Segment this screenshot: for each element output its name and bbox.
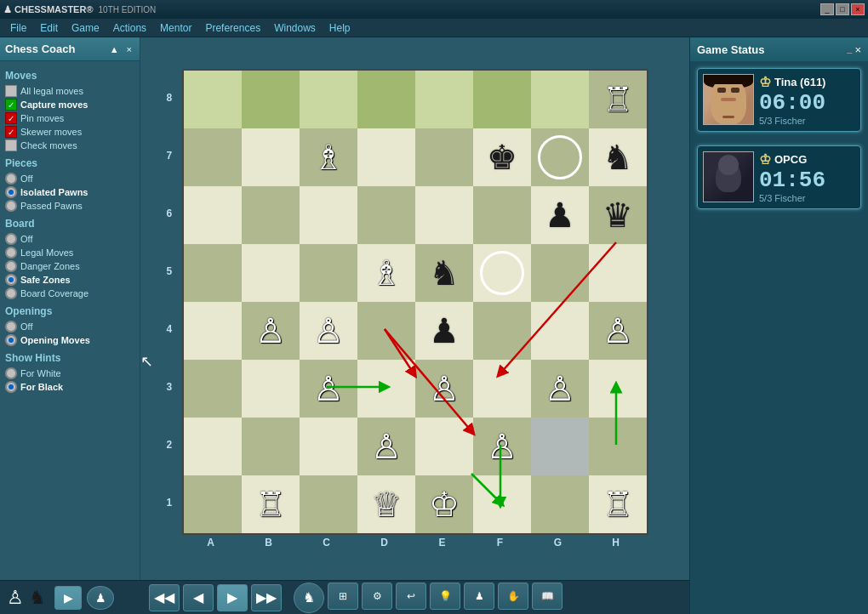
radio-openings-off[interactable] — [5, 321, 17, 333]
checkbox-capture-moves[interactable]: ✓ — [5, 99, 17, 111]
cell-e6[interactable] — [415, 186, 473, 244]
titlebar-controls[interactable]: _ □ × — [820, 3, 865, 15]
cell-f3[interactable] — [473, 360, 531, 418]
cell-a7[interactable] — [184, 128, 242, 186]
option-legal-moves[interactable]: Legal Moves — [3, 246, 136, 259]
cell-b8[interactable] — [242, 71, 300, 128]
nav-circle-button[interactable]: ♟ — [87, 586, 114, 610]
cell-d7[interactable] — [357, 128, 415, 186]
cell-e4[interactable]: ♟ — [415, 302, 473, 360]
cell-f2[interactable]: ♙ — [473, 418, 531, 475]
option-for-white[interactable]: For White — [3, 367, 136, 380]
cell-d8[interactable] — [357, 71, 415, 128]
cell-f5[interactable] — [473, 244, 531, 302]
option-isolated-pawns[interactable]: Isolated Pawns — [3, 185, 136, 199]
cell-d5[interactable]: ♗ — [357, 244, 415, 302]
chess-board[interactable]: ♖ ♗ ♚ ♞ ♟ — [182, 69, 648, 535]
book-action-button[interactable]: 📖 — [532, 583, 562, 610]
checkbox-skewer-moves[interactable]: ✓ — [5, 126, 17, 138]
cell-g1[interactable] — [531, 475, 589, 533]
close-window-button[interactable]: × — [851, 3, 865, 15]
nav-pawn-white[interactable]: ♙ — [7, 587, 24, 609]
nav-next-button[interactable]: ▶ — [217, 584, 248, 611]
option-pieces-off[interactable]: Off — [3, 172, 136, 185]
radio-board-coverage[interactable] — [5, 287, 17, 299]
cell-e1[interactable]: ♔ — [415, 475, 473, 533]
cell-f7[interactable]: ♚ — [473, 128, 531, 186]
checkbox-all-legal-moves[interactable] — [5, 85, 17, 97]
option-danger-zones[interactable]: Danger Zones — [3, 259, 136, 273]
status-close-button[interactable]: × — [854, 43, 861, 56]
option-passed-pawns[interactable]: Passed Pawns — [3, 199, 136, 213]
cell-f4[interactable] — [473, 302, 531, 360]
radio-danger-zones[interactable] — [5, 260, 17, 272]
cell-h7[interactable]: ♞ — [589, 128, 647, 186]
cell-b7[interactable] — [242, 128, 300, 186]
nav-next-next-button[interactable]: ▶▶ — [251, 584, 282, 611]
nav-prev-prev-button[interactable]: ◀◀ — [149, 584, 180, 611]
cell-c1[interactable] — [300, 475, 357, 533]
cell-h8[interactable]: ♖ — [589, 71, 647, 128]
cell-g3[interactable]: ♙ — [531, 360, 589, 418]
menu-game[interactable]: Game — [65, 20, 106, 36]
cell-a8[interactable] — [184, 71, 242, 128]
cell-h2[interactable] — [589, 418, 647, 475]
option-opening-moves[interactable]: Opening Moves — [3, 333, 136, 347]
cell-d4[interactable] — [357, 302, 415, 360]
cell-f8[interactable] — [473, 71, 531, 128]
cell-e7[interactable] — [415, 128, 473, 186]
cell-e5[interactable]: ♞ — [415, 244, 473, 302]
option-capture-moves[interactable]: ✓ Capture moves — [3, 98, 136, 111]
option-for-black[interactable]: For Black — [3, 380, 136, 394]
move-action-button[interactable]: ↩ — [396, 583, 426, 610]
menu-preferences[interactable]: Preferences — [198, 20, 267, 36]
checkbox-check-moves[interactable] — [5, 139, 17, 151]
cell-a1[interactable] — [184, 475, 242, 533]
radio-isolated-pawns[interactable] — [5, 186, 17, 198]
cell-d6[interactable] — [357, 186, 415, 244]
status-minimize[interactable]: _ — [847, 43, 852, 56]
option-safe-zones[interactable]: Safe Zones — [3, 273, 136, 287]
radio-safe-zones[interactable] — [5, 274, 17, 286]
cell-b3[interactable] — [242, 360, 300, 418]
cell-a5[interactable] — [184, 244, 242, 302]
analyze-action-button[interactable]: ♟ — [464, 583, 494, 610]
cell-f6[interactable] — [473, 186, 531, 244]
cell-b5[interactable] — [242, 244, 300, 302]
cell-g4[interactable] — [531, 302, 589, 360]
cell-e3[interactable]: ♙ — [415, 360, 473, 418]
knight-action-button[interactable]: ♞ — [294, 583, 324, 613]
option-all-legal-moves[interactable]: All legal moves — [3, 84, 136, 98]
cell-h6[interactable]: ♛ — [589, 186, 647, 244]
cell-d1[interactable]: ♕ — [357, 475, 415, 533]
cell-c6[interactable] — [300, 186, 357, 244]
cell-g8[interactable] — [531, 71, 589, 128]
menu-help[interactable]: Help — [323, 20, 357, 36]
radio-passed-pawns[interactable] — [5, 200, 17, 212]
cell-d3[interactable] — [357, 360, 415, 418]
menu-windows[interactable]: Windows — [267, 20, 323, 36]
cell-c3[interactable]: ♙ — [300, 360, 357, 418]
cell-b1[interactable]: ♖ — [242, 475, 300, 533]
coach-close-button[interactable]: × — [124, 44, 134, 54]
hand-action-button[interactable]: ✋ — [498, 583, 528, 610]
option-board-coverage[interactable]: Board Coverage — [3, 287, 136, 300]
option-check-moves[interactable]: Check moves — [3, 139, 136, 152]
nav-play-button[interactable]: ▶ — [54, 586, 82, 610]
cell-a3[interactable] — [184, 360, 242, 418]
cell-g5[interactable] — [531, 244, 589, 302]
cell-c4[interactable]: ♙ — [300, 302, 357, 360]
option-pin-moves[interactable]: ✓ Pin moves — [3, 111, 136, 125]
radio-for-white[interactable] — [5, 367, 17, 379]
maximize-button[interactable]: □ — [836, 3, 849, 15]
cell-f1[interactable] — [473, 475, 531, 533]
cell-g7[interactable] — [531, 128, 589, 186]
menu-mentor[interactable]: Mentor — [153, 20, 198, 36]
option-openings-off[interactable]: Off — [3, 320, 136, 333]
option-skewer-moves[interactable]: ✓ Skewer moves — [3, 125, 136, 139]
radio-pieces-off[interactable] — [5, 173, 17, 185]
cell-e8[interactable] — [415, 71, 473, 128]
cell-e2[interactable] — [415, 418, 473, 475]
radio-opening-moves[interactable] — [5, 334, 17, 346]
cell-c5[interactable] — [300, 244, 357, 302]
